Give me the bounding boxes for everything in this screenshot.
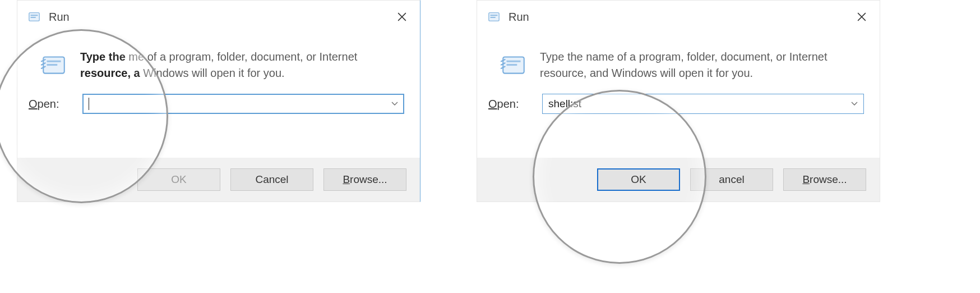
cancel-label: Cancel <box>255 173 288 186</box>
svg-rect-4 <box>47 61 61 62</box>
ok-label: OK <box>631 173 646 186</box>
open-label-rest: pen: <box>497 98 519 110</box>
content-area: Type the name of a program, folder, docu… <box>477 33 880 81</box>
open-label-underline: O <box>29 98 38 110</box>
open-label-underline: O <box>488 98 497 110</box>
input-text: shell:st <box>548 98 581 110</box>
description-text: Type the me of a program, folder, docume… <box>80 49 357 81</box>
run-dialog-right: Run Type the name of a program, folder, … <box>477 0 880 202</box>
svg-rect-1 <box>31 15 38 16</box>
titlebar: Run <box>477 1 880 33</box>
svg-rect-11 <box>507 64 517 66</box>
ok-button[interactable]: OK <box>597 168 680 191</box>
desc-bold-2: resource, a <box>80 67 140 79</box>
browse-rest: rowse... <box>810 173 847 186</box>
content-area: Type the me of a program, folder, docume… <box>17 33 420 81</box>
chevron-down-icon[interactable] <box>391 102 398 106</box>
open-field-row: Open: <box>17 81 420 114</box>
browse-button[interactable]: Browse... <box>323 168 406 191</box>
button-row: OK Cancel Browse... <box>17 158 420 202</box>
svg-rect-2 <box>31 17 36 18</box>
open-label: Open: <box>488 98 532 111</box>
desc-bold-1: Type the <box>80 51 126 63</box>
svg-rect-5 <box>47 64 58 66</box>
run-big-icon <box>500 51 528 79</box>
browse-rest: rowse... <box>350 173 387 186</box>
text-caret <box>89 98 89 110</box>
browse-underline: B <box>802 173 810 186</box>
svg-rect-8 <box>491 17 496 18</box>
description-text: Type the name of a program, folder, docu… <box>540 49 864 81</box>
open-field-row: Open: shell:st <box>477 81 880 114</box>
svg-rect-7 <box>491 15 498 16</box>
close-icon[interactable] <box>389 6 415 28</box>
run-dialog-left: Run Type the me of a program, folder, do… <box>17 0 420 202</box>
browse-button[interactable]: Browse... <box>783 168 866 191</box>
chevron-down-icon[interactable] <box>851 102 858 106</box>
svg-rect-10 <box>507 61 521 62</box>
titlebar: Run <box>17 1 420 33</box>
open-label: Open: <box>29 98 72 111</box>
open-input[interactable] <box>82 94 404 114</box>
desc-rest-1: me of a program, folder, document, or In… <box>128 51 357 63</box>
ok-button: OK <box>137 168 220 191</box>
run-big-icon <box>40 51 68 79</box>
run-app-icon <box>27 10 41 24</box>
cancel-rest: ancel <box>719 173 744 186</box>
desc-rest-2: Windows will open it for you. <box>143 67 284 79</box>
window-title: Run <box>509 11 848 24</box>
close-icon[interactable] <box>848 6 875 28</box>
button-row: OK ancel Browse... <box>477 158 880 202</box>
open-input[interactable]: shell:st <box>542 94 864 114</box>
cancel-button[interactable]: ancel <box>690 168 773 191</box>
browse-underline: B <box>343 173 350 186</box>
ok-label: OK <box>171 173 186 186</box>
run-app-icon <box>487 10 501 24</box>
open-label-rest: pen: <box>38 98 59 110</box>
cancel-button[interactable]: Cancel <box>230 168 313 191</box>
window-title: Run <box>49 11 389 24</box>
